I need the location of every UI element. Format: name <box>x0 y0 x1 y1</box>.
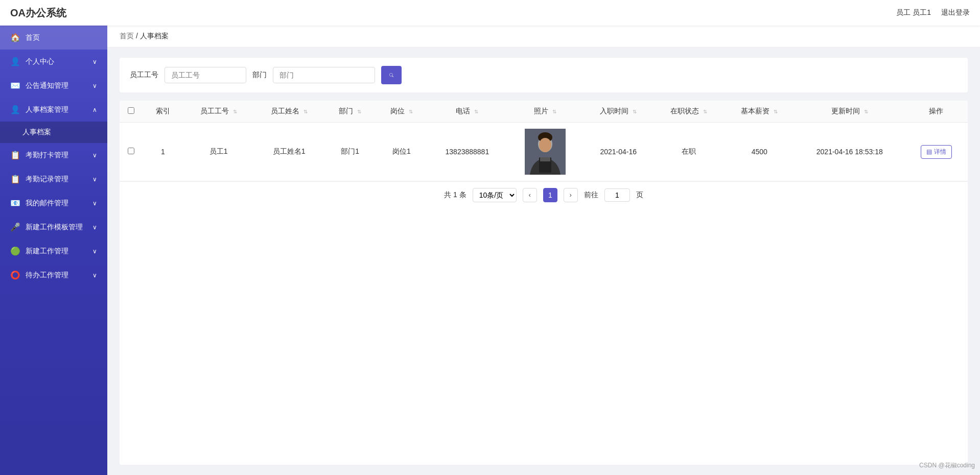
pagination-total: 共 1 条 <box>444 191 466 200</box>
sidebar-label-mail: 我的邮件管理 <box>26 199 92 208</box>
detail-icon: ▤ <box>926 148 932 155</box>
search-button[interactable] <box>381 66 402 84</box>
row-employee-id: 员工1 <box>183 123 254 181</box>
row-department: 部门1 <box>324 123 376 181</box>
row-index: 1 <box>143 123 183 181</box>
employee-id-label: 员工工号 <box>130 70 158 80</box>
row-salary: 4500 <box>724 123 795 181</box>
chevron-down-icon-5: ∨ <box>92 200 97 207</box>
pagination: 共 1 条 10条/页 20条/页 50条/页 ‹ 1 › 前往 页 <box>120 181 968 208</box>
chevron-down-icon-7: ∨ <box>92 248 97 255</box>
department-label: 部门 <box>252 70 267 80</box>
department-input[interactable] <box>273 67 375 83</box>
row-employee-name: 员工姓名1 <box>254 123 324 181</box>
sort-icon-update-time: ⇅ <box>864 109 868 114</box>
breadcrumb-separator: / <box>136 32 140 40</box>
sidebar-label-home: 首页 <box>26 33 97 42</box>
sort-icon-position: ⇅ <box>409 109 413 114</box>
sort-icon-salary: ⇅ <box>774 109 778 114</box>
col-employee-id[interactable]: 员工工号 ⇅ <box>183 101 254 123</box>
col-update-time[interactable]: 更新时间 ⇅ <box>795 101 904 123</box>
sidebar-item-work[interactable]: 🟢 新建工作管理 ∨ <box>0 239 107 263</box>
sidebar: 🏠 首页 👤 个人中心 ∨ ✉️ 公告通知管理 ∨ 👤 人事档案管理 ∧ 人事档… <box>0 26 107 475</box>
mail-icon: ✉️ <box>10 81 20 90</box>
chevron-down-icon: ∨ <box>92 58 97 65</box>
row-checkbox-cell <box>120 123 143 181</box>
col-hire-date[interactable]: 入职时间 ⇅ <box>583 101 654 123</box>
sidebar-label-attendance1: 考勤打卡管理 <box>26 151 92 160</box>
col-photo[interactable]: 照片 ⇅ <box>507 101 584 123</box>
sidebar-label-personal: 个人中心 <box>26 57 92 66</box>
sidebar-label-attendance2: 考勤记录管理 <box>26 175 92 184</box>
sort-icon-employee-id: ⇅ <box>233 109 237 114</box>
personnel-icon: 👤 <box>10 105 20 114</box>
col-position[interactable]: 岗位 ⇅ <box>376 101 427 123</box>
row-update-time: 2021-04-16 18:53:18 <box>795 123 904 181</box>
current-page-indicator: 1 <box>543 188 557 202</box>
sidebar-item-personal[interactable]: 👤 个人中心 ∨ <box>0 50 107 74</box>
header-user: 员工 员工1 <box>896 8 931 17</box>
goto-page-input[interactable] <box>604 188 630 202</box>
sidebar-item-template[interactable]: 🎤 新建工作模板管理 ∨ <box>0 215 107 239</box>
sidebar-item-personnel[interactable]: 👤 人事档案管理 ∧ <box>0 98 107 122</box>
logout-button[interactable]: 退出登录 <box>941 8 970 17</box>
svg-point-5 <box>539 138 551 152</box>
layout: 🏠 首页 👤 个人中心 ∨ ✉️ 公告通知管理 ∨ 👤 人事档案管理 ∧ 人事档… <box>0 26 980 475</box>
sidebar-label-notice: 公告通知管理 <box>26 81 92 90</box>
employee-photo <box>525 129 566 175</box>
person-photo-svg <box>525 129 566 175</box>
chevron-up-icon: ∧ <box>92 106 97 113</box>
header-right: 员工 员工1 退出登录 <box>896 8 970 17</box>
sidebar-sublabel-personnel-file: 人事档案 <box>22 128 51 137</box>
col-status[interactable]: 在职状态 ⇅ <box>654 101 724 123</box>
sort-icon-employee-name: ⇅ <box>304 109 308 114</box>
sidebar-item-notice[interactable]: ✉️ 公告通知管理 ∨ <box>0 74 107 98</box>
data-table: 索引 员工工号 ⇅ 员工姓名 ⇅ 部门 ⇅ <box>120 101 968 181</box>
row-status: 在职 <box>654 123 724 181</box>
sidebar-subitem-personnel-file[interactable]: 人事档案 <box>0 122 107 143</box>
mail2-icon: 📧 <box>10 198 20 208</box>
col-salary[interactable]: 基本薪资 ⇅ <box>724 101 795 123</box>
table-container: 索引 员工工号 ⇅ 员工姓名 ⇅ 部门 ⇅ <box>120 101 968 465</box>
sidebar-item-attendance2[interactable]: 📋 考勤记录管理 ∨ <box>0 167 107 191</box>
next-page-button[interactable]: › <box>564 188 578 202</box>
select-all-checkbox[interactable] <box>128 107 134 114</box>
header: OA办公系统 员工 员工1 退出登录 <box>0 0 980 26</box>
sidebar-item-mail[interactable]: 📧 我的邮件管理 ∨ <box>0 191 107 215</box>
col-index: 索引 <box>143 101 183 123</box>
chevron-down-icon-6: ∨ <box>92 224 97 231</box>
row-checkbox[interactable] <box>128 148 134 154</box>
sidebar-label-personnel: 人事档案管理 <box>26 105 92 114</box>
col-checkbox <box>120 101 143 123</box>
goto-label-after: 页 <box>636 191 643 200</box>
breadcrumb: 首页 / 人事档案 <box>107 26 980 48</box>
col-action: 操作 <box>904 101 968 123</box>
home-icon: 🏠 <box>10 33 20 42</box>
todo-icon: ⭕ <box>10 270 20 280</box>
content-area: 员工工号 部门 <box>107 48 980 475</box>
col-employee-name[interactable]: 员工姓名 ⇅ <box>254 101 324 123</box>
employee-id-input[interactable] <box>165 67 246 83</box>
sort-icon-phone: ⇅ <box>474 109 478 114</box>
sidebar-item-home[interactable]: 🏠 首页 <box>0 26 107 50</box>
sidebar-label-work: 新建工作管理 <box>26 247 92 256</box>
template-icon: 🎤 <box>10 222 20 232</box>
per-page-select[interactable]: 10条/页 20条/页 50条/页 <box>473 188 517 202</box>
chevron-down-icon-8: ∨ <box>92 272 97 279</box>
col-phone[interactable]: 电话 ⇅ <box>427 101 507 123</box>
row-photo <box>507 123 584 181</box>
chevron-down-icon-2: ∨ <box>92 82 97 89</box>
sidebar-item-attendance1[interactable]: 📋 考勤打卡管理 ∨ <box>0 143 107 167</box>
row-phone: 13823888881 <box>427 123 507 181</box>
row-hire-date: 2021-04-16 <box>583 123 654 181</box>
breadcrumb-home[interactable]: 首页 <box>120 32 134 40</box>
detail-button[interactable]: ▤ 详情 <box>921 145 952 159</box>
col-department[interactable]: 部门 ⇅ <box>324 101 376 123</box>
sidebar-label-todo: 待办工作管理 <box>26 271 92 280</box>
prev-page-button[interactable]: ‹ <box>523 188 537 202</box>
chevron-down-icon-4: ∨ <box>92 176 97 183</box>
sort-icon-hire-date: ⇅ <box>633 109 637 114</box>
attendance1-icon: 📋 <box>10 150 20 160</box>
sidebar-label-template: 新建工作模板管理 <box>26 223 92 232</box>
sidebar-item-todo[interactable]: ⭕ 待办工作管理 ∨ <box>0 263 107 287</box>
